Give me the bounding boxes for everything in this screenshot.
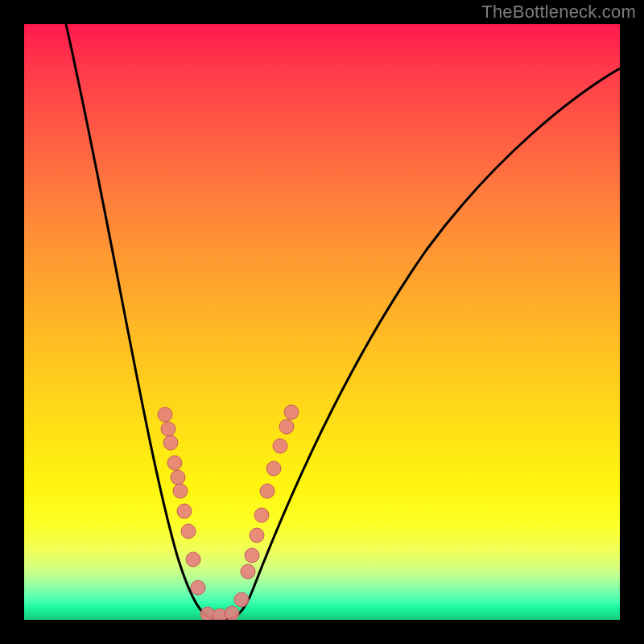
markers-right-cluster (241, 405, 299, 579)
data-point-marker (186, 552, 200, 567)
plot-area (24, 24, 620, 620)
data-point-marker (173, 484, 188, 498)
data-point-marker (250, 528, 264, 543)
data-point-marker (158, 407, 172, 422)
data-point-marker (191, 580, 205, 595)
data-point-marker (266, 461, 281, 476)
curve-svg (24, 24, 620, 620)
data-point-marker (225, 606, 239, 620)
data-point-marker (279, 419, 294, 434)
data-point-marker (245, 548, 259, 563)
data-point-marker (171, 470, 185, 485)
markers-bottom-cluster (200, 592, 249, 620)
data-point-marker (273, 439, 287, 453)
data-point-marker (241, 564, 255, 579)
data-point-marker (181, 524, 196, 539)
data-point-marker (284, 405, 299, 419)
data-point-marker (260, 484, 275, 498)
data-point-marker (254, 508, 269, 522)
data-point-marker (234, 592, 249, 607)
bottleneck-curve (66, 24, 620, 620)
chart-frame: TheBottleneck.com (0, 0, 644, 644)
data-point-marker (161, 422, 175, 436)
data-point-marker (177, 504, 192, 518)
watermark-text: TheBottleneck.com (481, 2, 636, 23)
curve-group (66, 24, 620, 620)
data-point-marker (167, 456, 182, 470)
data-point-marker (163, 436, 178, 450)
